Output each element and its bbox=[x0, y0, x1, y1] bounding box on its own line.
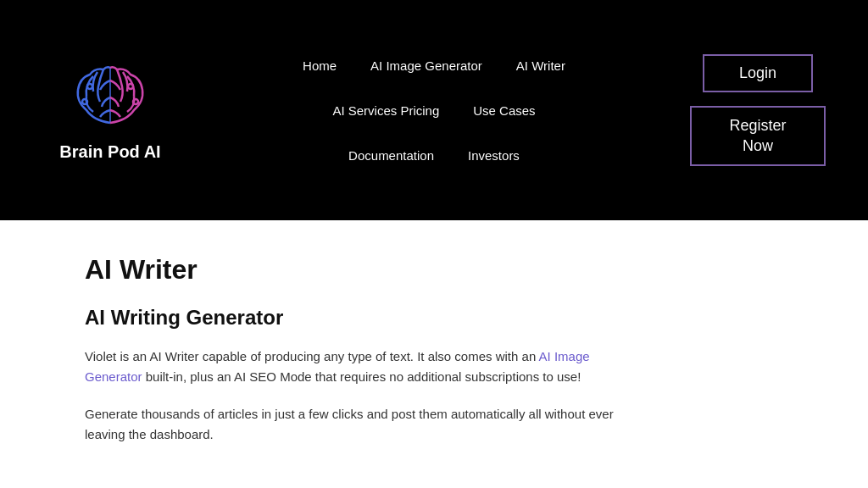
svg-point-1 bbox=[82, 99, 87, 104]
svg-point-2 bbox=[128, 84, 133, 89]
nav-ai-image-generator[interactable]: AI Image Generator bbox=[370, 58, 482, 73]
login-button[interactable]: Login bbox=[703, 54, 813, 92]
svg-point-3 bbox=[133, 99, 138, 104]
site-header: Brain Pod AI Home AI Image Generator AI … bbox=[0, 0, 868, 220]
nav-ai-services-pricing[interactable]: AI Services Pricing bbox=[332, 103, 439, 118]
logo-area: Brain Pod AI bbox=[25, 59, 195, 162]
description-paragraph-2: Generate thousands of articles in just a… bbox=[85, 404, 627, 445]
nav-investors[interactable]: Investors bbox=[468, 148, 520, 163]
description-paragraph-1: Violet is an AI Writer capable of produc… bbox=[85, 347, 627, 387]
nav-row-2: AI Services Pricing Use Cases bbox=[332, 88, 535, 133]
register-button[interactable]: Register Now bbox=[690, 106, 826, 166]
nav-use-cases[interactable]: Use Cases bbox=[473, 103, 535, 118]
section-title: AI Writing Generator bbox=[85, 306, 826, 330]
page-title: AI Writer bbox=[85, 254, 826, 286]
nav-ai-writer[interactable]: AI Writer bbox=[516, 58, 565, 73]
nav-documentation[interactable]: Documentation bbox=[348, 148, 434, 163]
auth-area: Login Register Now bbox=[673, 54, 843, 166]
desc-text-after: built-in, plus an AI SEO Mode that requi… bbox=[142, 369, 581, 384]
main-nav: Home AI Image Generator AI Writer AI Ser… bbox=[195, 43, 673, 178]
main-content: AI Writer AI Writing Generator Violet is… bbox=[0, 220, 868, 479]
brain-logo-icon bbox=[68, 59, 153, 136]
brand-name: Brain Pod AI bbox=[59, 142, 160, 162]
nav-row-3: Documentation Investors bbox=[348, 133, 520, 178]
nav-row-1: Home AI Image Generator AI Writer bbox=[303, 43, 565, 88]
nav-home[interactable]: Home bbox=[303, 58, 337, 73]
svg-point-0 bbox=[87, 84, 92, 89]
desc-text-before: Violet is an AI Writer capable of produc… bbox=[85, 349, 539, 363]
